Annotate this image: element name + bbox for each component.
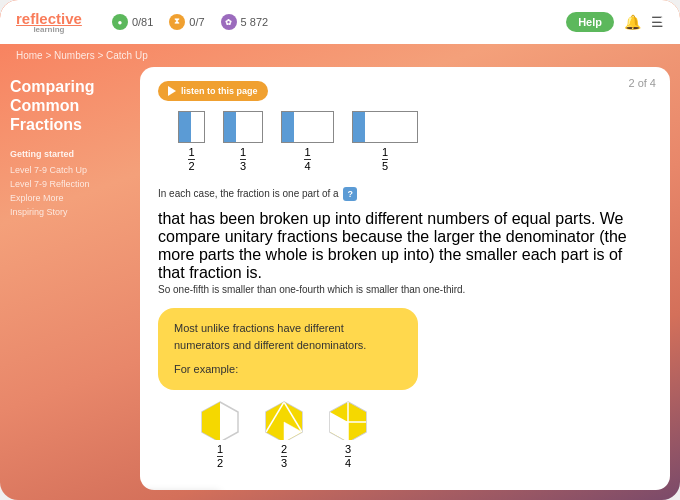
breadcrumb-text: Home > Numbers > Catch Up [16,50,148,61]
frac-cell-empty [295,112,307,142]
hex-fraction-three-quarters: 3 4 [326,400,370,469]
fraction-item-fifth: 1 5 [352,111,418,172]
numerator: 1 [188,147,194,160]
listen-label: listen to this page [181,86,258,96]
fraction-item-third: 1 3 [223,111,263,172]
hex-label-two-thirds: 2 3 [281,444,287,469]
help-button[interactable]: Help [566,12,614,32]
main-area: Comparing Common Fractions Getting start… [0,67,680,500]
hex-fraction-two-thirds: 2 3 [262,400,306,469]
frac-cell-empty [405,112,417,142]
numerator: 1 [382,147,388,160]
frac-cell-empty [192,112,204,142]
fraction-item-half: 1 2 [178,111,205,172]
fraction-box-fifth [352,111,418,143]
page-counter: 2 of 4 [628,77,656,89]
denominator: 2 [188,160,194,172]
para1-end: that fraction is. [158,264,262,281]
fraction-label-third: 1 3 [240,147,246,172]
sidebar-link-reflection[interactable]: Level 7-9 Reflection [10,179,130,189]
sidebar-link-story[interactable]: Inspiring Story [10,207,130,217]
sidebar-link-catchup[interactable]: Level 7-9 Catch Up [10,165,130,175]
frac-cell-empty [308,112,320,142]
time-icon: ⧗ [169,14,185,30]
frac-cell-empty [321,112,333,142]
corner-star: ✦ [655,8,672,32]
fraction-box-half [178,111,205,143]
fraction-box-fourth [281,111,334,143]
frac-cell-filled [179,112,191,142]
fraction-label-fifth: 1 5 [382,147,388,172]
sidebar-title: Comparing Common Fractions [10,77,130,135]
dropdown-wrapper[interactable]: ? [343,186,357,202]
hex-fractions-row: 1 2 [158,400,652,469]
frac-cell-empty [392,112,404,142]
fraction-label-fourth: 1 4 [304,147,310,172]
denominator: 2 [217,457,223,469]
hex-fraction-half: 1 2 [198,400,242,469]
hex-svg-three-quarters [326,400,370,440]
frac-cell-empty [237,112,249,142]
callout-text: Most unlike fractions have different num… [174,322,366,351]
logo-text: reflective learning [16,10,82,34]
numerator: 2 [281,444,287,457]
stat-time: ⧗ 0/7 [169,14,204,30]
para1-start: In each case, the fraction is one part o… [158,188,339,199]
sidebar: Comparing Common Fractions Getting start… [10,67,130,490]
time-value: 0/7 [189,16,204,28]
denominator: 4 [304,160,310,172]
paragraph-1: In each case, the fraction is one part o… [158,186,652,202]
breadcrumb: Home > Numbers > Catch Up [0,44,680,67]
frac-cell-filled [282,112,294,142]
frac-cell-empty [379,112,391,142]
frac-cell-filled [224,112,236,142]
numerator: 1 [304,147,310,160]
numerator: 1 [240,147,246,160]
score-icon: ● [112,14,128,30]
numerator: 1 [217,444,223,457]
sidebar-section: Getting started [10,149,130,159]
nav-stats: ● 0/81 ⧗ 0/7 ✿ 5 872 [112,14,268,30]
denominator: 3 [281,457,287,469]
hex-svg-half [198,400,242,440]
dropdown-trigger[interactable]: ? [343,187,357,201]
stat-score: ● 0/81 [112,14,153,30]
hex-svg-two-thirds [262,400,306,440]
para1-cont: that has been broken up into different n… [158,210,627,263]
callout-example: For example: [174,361,402,378]
fraction-label-half: 1 2 [188,147,194,172]
nav-right: Help 🔔 ☰ [566,12,664,32]
denominator: 5 [382,160,388,172]
app-shell: reflective learning ● 0/81 ⧗ 0/7 ✿ 5 872… [0,0,680,500]
frac-cell-empty [250,112,262,142]
hex-label-half: 1 2 [217,444,223,469]
fraction-box-third [223,111,263,143]
frac-cell-empty [366,112,378,142]
points-value: 5 872 [241,16,269,28]
hex-label-three-quarters: 3 4 [345,444,351,469]
frac-cell-filled [353,112,365,142]
fractions-visual-row: 1 2 1 3 [158,111,652,172]
top-nav: reflective learning ● 0/81 ⧗ 0/7 ✿ 5 872… [0,0,680,44]
bell-icon[interactable]: 🔔 [624,14,641,30]
sidebar-link-explore[interactable]: Explore More [10,193,130,203]
fraction-item-fourth: 1 4 [281,111,334,172]
content-inner: listen to this page 1 2 [140,67,670,490]
numerator: 3 [345,444,351,457]
stat-points: ✿ 5 872 [221,14,269,30]
play-icon [168,86,176,96]
paragraph-2: So one-fifth is smaller than one-fourth … [158,282,652,298]
denominator: 3 [240,160,246,172]
score-value: 0/81 [132,16,153,28]
logo: reflective learning [16,10,82,34]
points-icon: ✿ [221,14,237,30]
content-panel: 2 of 4 listen to this page [140,67,670,490]
denominator: 4 [345,457,351,469]
callout-box: Most unlike fractions have different num… [158,308,418,390]
listen-button[interactable]: listen to this page [158,81,268,101]
